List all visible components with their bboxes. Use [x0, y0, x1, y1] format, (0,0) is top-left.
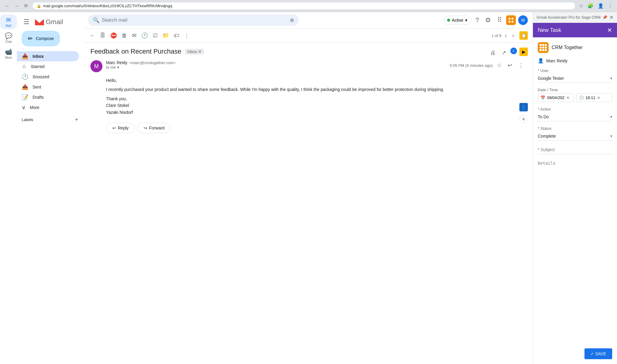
mark-unread-button[interactable]: ✉ — [130, 30, 138, 41]
archive-button[interactable]: 🗄 — [98, 31, 107, 41]
search-container[interactable]: 🔍 ⚙ — [88, 14, 299, 26]
lock-icon: 🔒 — [37, 4, 41, 8]
extensions-icon[interactable]: 🧩 — [586, 2, 595, 10]
sidebar-item-drafts[interactable]: 📝 Drafts — [17, 92, 79, 102]
delete-button[interactable]: 🗑 — [120, 31, 129, 41]
action-chevron-icon: ▾ — [610, 115, 612, 119]
forward-button[interactable]: → — [13, 2, 21, 10]
add-label-button[interactable]: + — [75, 116, 78, 123]
hamburger-menu[interactable]: ☰ — [22, 17, 31, 27]
email-content: 🖨 ↗ ✓ ▶ Feedback on Recent Purchase Inbo… — [83, 43, 533, 364]
time-field[interactable]: 🕐 18:11 ✕ — [576, 93, 612, 102]
add-task-button[interactable]: ☑ — [151, 30, 159, 41]
new-window-button[interactable]: ↗ — [500, 48, 508, 58]
compose-label: Compose — [36, 36, 54, 41]
gmail-sidebar: ☰ Gmail ✏ Compose 📥 Inbox ☆ Starred 🕐 Sn… — [17, 12, 83, 364]
remove-tag-button[interactable]: ✕ — [198, 49, 202, 54]
date-clear-button[interactable]: ✕ — [566, 96, 569, 100]
view-actions: 📋 — [519, 31, 528, 40]
print-button[interactable]: 🖨 — [488, 48, 497, 58]
subject-input[interactable] — [538, 145, 612, 154]
panel-close-button[interactable]: ✕ — [607, 26, 612, 34]
refresh-button[interactable]: ⟳ — [22, 2, 30, 10]
bookmark-icon[interactable]: ☆ — [578, 2, 584, 10]
sender-initial: M — [94, 63, 99, 70]
label-button[interactable]: 🏷 — [172, 31, 181, 41]
sidebar-item-sent[interactable]: 📤 Sent — [17, 82, 79, 92]
sidebar-item-chat[interactable]: 💬 Chat — [0, 30, 17, 45]
active-status-badge[interactable]: Active ▾ — [443, 16, 471, 25]
email-more-button[interactable]: ⋮ — [516, 60, 525, 70]
status-value: Complete — [538, 134, 556, 138]
expand-recipients-icon[interactable]: ▾ — [117, 65, 119, 70]
next-email-button[interactable]: › — [510, 31, 516, 41]
date-field[interactable]: 📅 09/04/202 ✕ — [538, 93, 574, 102]
forward-icon: ↪ — [144, 126, 147, 130]
settings-icon[interactable]: ⚙ — [483, 14, 493, 26]
sidebar-item-more[interactable]: ∨ More — [17, 102, 79, 113]
user-avatar[interactable]: M — [518, 15, 528, 25]
crm-logo-button[interactable] — [506, 15, 516, 25]
sidebar-item-starred[interactable]: ☆ Starred — [17, 61, 79, 72]
nav-buttons: ← → ⟳ — [3, 2, 30, 10]
sidebar-item-inbox[interactable]: 📥 Inbox — [17, 51, 79, 61]
grid-dot-8 — [542, 49, 544, 51]
body-line-4: Clare Stokel — [106, 102, 525, 109]
drafts-icon: 📝 — [22, 94, 28, 101]
search-filter-icon[interactable]: ⚙ — [290, 17, 294, 23]
inbox-icon: 📥 — [22, 53, 28, 60]
email-timestamp: 5:05 PM (5 minutes ago) — [450, 63, 493, 68]
help-icon[interactable]: ? — [474, 14, 481, 26]
prev-email-button[interactable]: ‹ — [503, 31, 509, 41]
snooze-button[interactable]: 🕐 — [139, 30, 150, 41]
user-label: * User — [538, 68, 612, 73]
contact-row: 👤 Marc Reidy — [538, 58, 612, 64]
sidebar-item-snoozed[interactable]: 🕐 Snoozed — [17, 72, 79, 82]
user-chevron-icon: ▾ — [610, 76, 612, 80]
status-chevron-icon: ▾ — [610, 134, 612, 138]
apps-icon[interactable]: ⠿ — [495, 14, 504, 26]
spam-button[interactable]: ⛔ — [108, 30, 119, 41]
meet-label: Meet — [5, 56, 12, 59]
reply-quick-button[interactable]: ↩ — [506, 60, 514, 70]
menu-icon[interactable]: ⋮ — [607, 2, 614, 10]
gmail-logo-icon — [35, 19, 44, 25]
reply-button[interactable]: ↩ Reply — [106, 123, 135, 133]
save-button[interactable]: ✓ SAVE — [584, 348, 612, 359]
time-clear-button[interactable]: ✕ — [597, 96, 600, 100]
crm-action-button[interactable]: ▶ — [519, 48, 528, 56]
sender-name: Marc Reidy — [106, 60, 127, 65]
action-select[interactable]: To Do ▾ — [538, 113, 612, 121]
body-line-2: I recently purchased your product and wa… — [106, 86, 525, 93]
sidebar-item-mail[interactable]: ✉ Mail — [0, 14, 17, 29]
details-input[interactable] — [538, 159, 612, 177]
panel-close-top-button[interactable]: ✕ — [609, 14, 613, 20]
compose-button[interactable]: ✏ Compose — [22, 31, 60, 46]
user-select[interactable]: Google Tester ▾ — [538, 74, 612, 83]
panel-body: CRM Together 👤 Marc Reidy * User Google … — [533, 37, 617, 364]
status-field-group: * Status Complete ▾ — [538, 126, 612, 141]
panel-pin-icon[interactable]: 📌 — [603, 15, 607, 20]
profile-icon[interactable]: 👤 — [597, 2, 605, 10]
move-button[interactable]: 📁 — [161, 30, 171, 41]
sidebar-item-meet[interactable]: 📹 Meet — [0, 46, 17, 61]
star-email-button[interactable]: ☆ — [495, 60, 503, 70]
address-bar[interactable]: 🔒 mail.google.com/mail/u/0/#inbox/KtbxLz… — [32, 2, 575, 10]
forward-button[interactable]: ↪ Forward — [137, 123, 171, 133]
status-select[interactable]: Complete ▾ — [538, 132, 612, 141]
body-line-1: Hello, — [106, 77, 525, 84]
more-options-button[interactable]: ⋮ — [182, 30, 191, 41]
note-icon-button[interactable]: 📋 — [519, 31, 528, 40]
labels-section: Labels + — [17, 113, 83, 127]
action-field-group: * Action To Do ▾ — [538, 107, 612, 121]
back-to-inbox-button[interactable]: ← — [88, 31, 97, 41]
search-input[interactable] — [102, 17, 287, 23]
crm-contact-button[interactable]: 👤 — [519, 103, 528, 111]
verified-badge: ✓ — [510, 48, 517, 54]
add-action-button[interactable]: + — [519, 115, 528, 123]
email-subject-row: Feedback on Recent Purchase Inbox ✕ — [90, 48, 525, 55]
panel-title: New Task — [538, 27, 561, 33]
topbar-right: Active ▾ ? ⚙ ⠿ M — [443, 14, 528, 26]
gmail-main: 🔍 ⚙ Active ▾ ? ⚙ ⠿ — [83, 12, 533, 364]
back-button[interactable]: ← — [3, 2, 11, 10]
